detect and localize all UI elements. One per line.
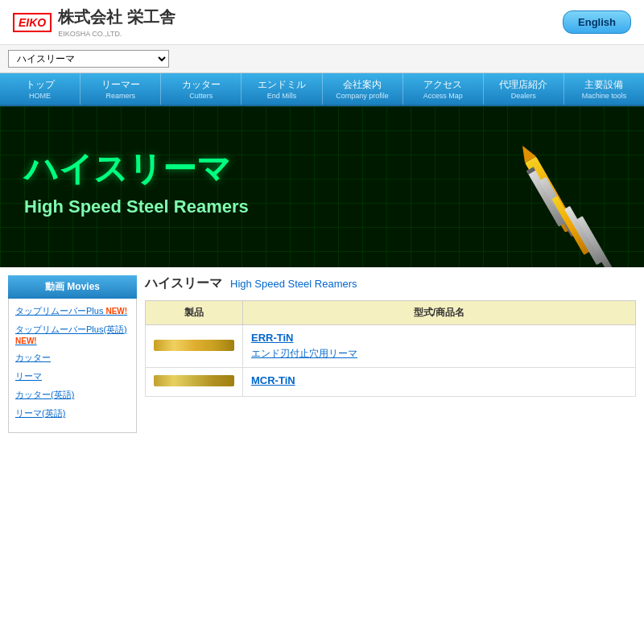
nav-item-cutters[interactable]: カッター Cutters	[161, 73, 242, 105]
main-content: 動画 Movies タップリムーバーPlus NEW! タップリムーバーPlus…	[0, 267, 644, 441]
hero-title-english: High Speed Steel Reamers	[24, 196, 249, 217]
svg-rect-6	[564, 206, 602, 265]
nav-label-jp-cutters: カッター	[163, 78, 239, 92]
dropdown-bar: ハイスリーマカッターエンドミル	[0, 45, 644, 73]
main-nav: トップ HOME リーマー Reamers カッター Cutters エンドミル…	[0, 73, 644, 106]
content-area: ハイスリーマ High Speed Steel Reamers 製品 型式/商品…	[145, 275, 636, 433]
nav-label-jp-machines: 主要設備	[566, 78, 642, 92]
sidebar-link-4[interactable]: リーマ	[15, 370, 130, 382]
header: EIKO 株式会社 栄工舎 EIKOSHA CO.,LTD. English	[0, 0, 644, 45]
content-title-en: High Speed Steel Reamers	[230, 278, 357, 290]
company-name-jp: 株式会社 栄工舎	[58, 8, 175, 26]
table-header-product: 製品	[146, 301, 243, 325]
nav-item-dealers[interactable]: 代理店紹介 Dealers	[484, 73, 564, 105]
content-title-jp: ハイスリーマ	[145, 275, 222, 292]
logo-area: EIKO 株式会社 栄工舎 EIKOSHA CO.,LTD.	[13, 6, 175, 38]
nav-label-jp-dealers: 代理店紹介	[485, 78, 562, 92]
nav-label-jp-home: トップ	[2, 78, 78, 92]
nav-label-jp-endmills: エンドミル	[243, 78, 320, 92]
company-name-en: EIKOSHA CO.,LTD.	[58, 30, 175, 38]
sidebar-link-2[interactable]: タップリムーバーPlus(英語) NEW!	[15, 324, 130, 345]
table-row: MCR-TiN	[146, 368, 636, 397]
nav-item-reamers[interactable]: リーマー Reamers	[80, 73, 161, 105]
hero-banner: ハイスリーマ High Speed Steel Reamers	[0, 106, 644, 267]
nav-label-en-company: Company profile	[324, 92, 401, 100]
nav-label-en-access: Access Map	[405, 92, 481, 100]
hero-text-area: ハイスリーマ High Speed Steel Reamers	[24, 147, 249, 217]
nav-label-jp-company: 会社案内	[324, 78, 401, 92]
product-code-link-2[interactable]: MCR-TiN	[251, 374, 627, 386]
nav-item-access[interactable]: アクセス Access Map	[403, 73, 484, 105]
product-info-cell-1: ERR-TiN エンド刃付止穴用リーマ	[243, 325, 636, 368]
nav-item-machines[interactable]: 主要設備 Machine tools	[564, 73, 644, 105]
nav-label-jp-access: アクセス	[405, 78, 481, 92]
product-image-cell-2	[146, 368, 243, 397]
sidebar: 動画 Movies タップリムーバーPlus NEW! タップリムーバーPlus…	[8, 275, 137, 433]
nav-label-en-cutters: Cutters	[163, 92, 239, 100]
english-button[interactable]: English	[563, 10, 631, 34]
nav-label-en-endmills: End Mills	[243, 92, 320, 100]
nav-label-en-machines: Machine tools	[566, 92, 642, 100]
nav-label-en-dealers: Dealers	[485, 92, 562, 100]
category-dropdown[interactable]: ハイスリーマカッターエンドミル	[8, 50, 169, 68]
product-image-cell-1	[146, 325, 243, 368]
company-info: 株式会社 栄工舎 EIKOSHA CO.,LTD.	[58, 6, 175, 38]
new-badge-1: NEW!	[105, 307, 127, 316]
content-header: ハイスリーマ High Speed Steel Reamers	[145, 275, 636, 292]
sidebar-link-6[interactable]: リーマ(英語)	[15, 407, 130, 419]
table-row: ERR-TiN エンド刃付止穴用リーマ	[146, 325, 636, 368]
sidebar-link-3[interactable]: カッター	[15, 352, 130, 364]
hero-tools-image	[402, 106, 644, 267]
sidebar-link-5[interactable]: カッター(英語)	[15, 389, 130, 401]
sidebar-title: 動画 Movies	[8, 275, 137, 299]
nav-label-en-home: HOME	[2, 92, 78, 100]
nav-item-home[interactable]: トップ HOME	[0, 73, 80, 105]
product-image-2	[154, 375, 234, 386]
sidebar-links: タップリムーバーPlus NEW! タップリムーバーPlus(英語) NEW! …	[8, 299, 137, 433]
sidebar-link-1[interactable]: タップリムーバーPlus NEW!	[15, 305, 130, 317]
product-desc-1[interactable]: エンド刃付止穴用リーマ	[251, 348, 357, 359]
product-table: 製品 型式/商品名 ERR-TiN エンド刃付止穴用リーマ	[145, 300, 636, 397]
nav-label-jp-reamers: リーマー	[82, 78, 159, 92]
product-info-cell-2: MCR-TiN	[243, 368, 636, 397]
nav-label-en-reamers: Reamers	[82, 92, 159, 100]
nav-item-company[interactable]: 会社案内 Company profile	[323, 73, 403, 105]
logo-icon: EIKO	[13, 13, 52, 32]
table-header-model: 型式/商品名	[243, 301, 636, 325]
nav-item-endmills[interactable]: エンドミル End Mills	[242, 73, 322, 105]
hero-title-japanese: ハイスリーマ	[24, 147, 249, 192]
new-badge-2: NEW!	[15, 336, 37, 345]
product-code-link-1[interactable]: ERR-TiN	[251, 332, 627, 344]
product-image-1	[154, 340, 234, 351]
